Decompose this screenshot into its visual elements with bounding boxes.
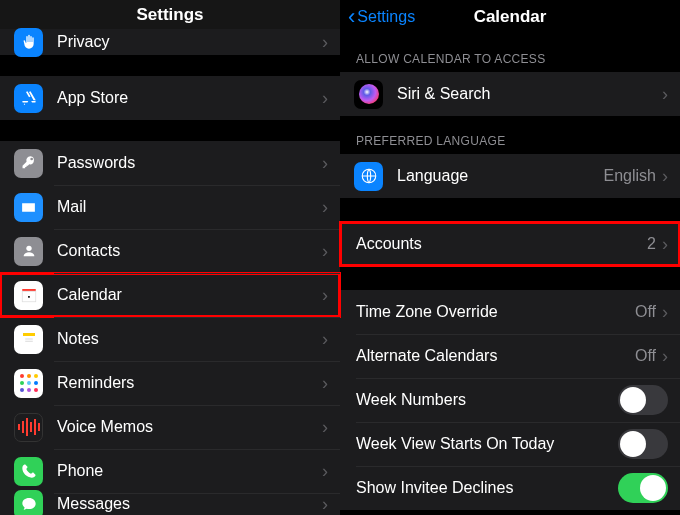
chevron-right-icon: › xyxy=(322,33,328,51)
row-label: Time Zone Override xyxy=(356,303,635,321)
section-allow-access: ALLOW CALENDAR TO ACCESS xyxy=(340,34,680,72)
siri-icon xyxy=(354,80,383,109)
chevron-right-icon: › xyxy=(322,462,328,480)
row-label: Siri & Search xyxy=(397,85,662,103)
svg-rect-5 xyxy=(23,333,35,336)
row-label: Passwords xyxy=(57,154,322,172)
group-options: Time Zone Override Off › Alternate Calen… xyxy=(340,290,680,510)
row-language[interactable]: Language English › xyxy=(340,154,680,198)
chevron-right-icon: › xyxy=(322,89,328,107)
row-label: Week View Starts On Today xyxy=(356,435,618,453)
chevron-right-icon: › xyxy=(322,242,328,260)
chevron-right-icon: › xyxy=(662,235,668,253)
row-label: Calendar xyxy=(57,286,322,304)
settings-row-appstore[interactable]: App Store › xyxy=(0,76,340,120)
notes-icon xyxy=(14,325,43,354)
settings-row-messages[interactable]: Messages › xyxy=(0,493,340,515)
settings-pane: Settings Privacy › App Store › Passwo xyxy=(0,0,340,515)
settings-group-main: Passwords › Mail › Contacts › ▪ Calendar… xyxy=(0,141,340,515)
settings-group-appstore: App Store › xyxy=(0,76,340,120)
calendar-header: ‹ Settings Calendar xyxy=(340,0,680,34)
chevron-right-icon: › xyxy=(662,303,668,321)
globe-icon xyxy=(354,162,383,191)
row-accounts[interactable]: Accounts 2 › xyxy=(340,222,680,266)
calendar-pane: ‹ Settings Calendar ALLOW CALENDAR TO AC… xyxy=(340,0,680,515)
row-value: Off xyxy=(635,303,656,321)
mail-icon xyxy=(14,193,43,222)
chevron-right-icon: › xyxy=(322,330,328,348)
row-show-invitee-declines[interactable]: Show Invitee Declines xyxy=(340,466,680,510)
group-language: Language English › xyxy=(340,154,680,198)
toggle-invitee-declines[interactable] xyxy=(618,473,668,503)
section-preferred-language: PREFERRED LANGUAGE xyxy=(340,116,680,154)
chevron-right-icon: › xyxy=(662,347,668,365)
voicememos-icon xyxy=(14,413,43,442)
row-alternate-calendars[interactable]: Alternate Calendars Off › xyxy=(340,334,680,378)
chevron-right-icon: › xyxy=(322,286,328,304)
chevron-right-icon: › xyxy=(322,418,328,436)
phone-icon xyxy=(14,457,43,486)
settings-group-privacy: Privacy › xyxy=(0,29,340,55)
appstore-icon xyxy=(14,84,43,113)
chevron-left-icon: ‹ xyxy=(348,6,355,28)
settings-header: Settings xyxy=(0,0,340,29)
calendar-icon: ▪ xyxy=(14,281,43,310)
svg-point-0 xyxy=(26,246,31,251)
row-label: Mail xyxy=(57,198,322,216)
chevron-right-icon: › xyxy=(322,154,328,172)
row-timezone-override[interactable]: Time Zone Override Off › xyxy=(340,290,680,334)
row-label: Voice Memos xyxy=(57,418,322,436)
settings-row-reminders[interactable]: Reminders › xyxy=(0,361,340,405)
settings-row-passwords[interactable]: Passwords › xyxy=(0,141,340,185)
key-icon xyxy=(14,149,43,178)
settings-row-contacts[interactable]: Contacts › xyxy=(0,229,340,273)
row-value: English xyxy=(604,167,656,185)
row-label: Week Numbers xyxy=(356,391,618,409)
settings-row-mail[interactable]: Mail › xyxy=(0,185,340,229)
row-value: Off xyxy=(635,347,656,365)
row-label: Accounts xyxy=(356,235,647,253)
row-week-numbers[interactable]: Week Numbers xyxy=(340,378,680,422)
row-week-view-starts-today[interactable]: Week View Starts On Today xyxy=(340,422,680,466)
row-label: App Store xyxy=(57,89,322,107)
row-value: 2 xyxy=(647,235,656,253)
chevron-right-icon: › xyxy=(662,85,668,103)
group-accounts: Accounts 2 › xyxy=(340,222,680,266)
contacts-icon xyxy=(14,237,43,266)
toggle-week-view-today[interactable] xyxy=(618,429,668,459)
chevron-right-icon: › xyxy=(322,374,328,392)
toggle-week-numbers[interactable] xyxy=(618,385,668,415)
row-label: Show Invitee Declines xyxy=(356,479,618,497)
row-label: Messages xyxy=(57,495,322,513)
row-label: Privacy xyxy=(57,33,322,51)
row-label: Reminders xyxy=(57,374,322,392)
calendar-title: Calendar xyxy=(474,7,547,27)
reminders-icon xyxy=(14,369,43,398)
row-label: Notes xyxy=(57,330,322,348)
row-label: Language xyxy=(397,167,604,185)
row-label: Contacts xyxy=(57,242,322,260)
chevron-right-icon: › xyxy=(322,495,328,513)
row-label: Phone xyxy=(57,462,322,480)
settings-row-phone[interactable]: Phone › xyxy=(0,449,340,493)
row-siri-search[interactable]: Siri & Search › xyxy=(340,72,680,116)
back-label: Settings xyxy=(357,8,415,26)
chevron-right-icon: › xyxy=(322,198,328,216)
chevron-right-icon: › xyxy=(662,167,668,185)
back-button[interactable]: ‹ Settings xyxy=(348,6,415,28)
row-label: Alternate Calendars xyxy=(356,347,635,365)
settings-row-notes[interactable]: Notes › xyxy=(0,317,340,361)
settings-row-privacy[interactable]: Privacy › xyxy=(0,29,340,55)
group-siri: Siri & Search › xyxy=(340,72,680,116)
settings-title: Settings xyxy=(136,5,203,25)
hand-icon xyxy=(14,28,43,57)
settings-row-calendar[interactable]: ▪ Calendar › xyxy=(0,273,340,317)
settings-row-voicememos[interactable]: Voice Memos › xyxy=(0,405,340,449)
messages-icon xyxy=(14,490,43,516)
